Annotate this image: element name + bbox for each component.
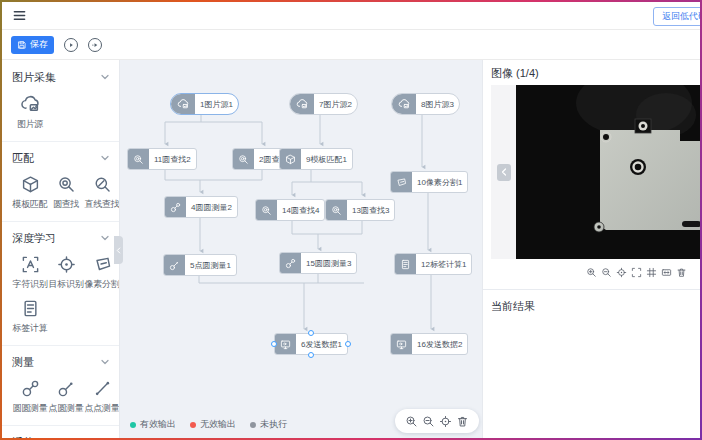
locate-button[interactable] <box>439 415 452 428</box>
flow-node-pixel-segmentation-1[interactable]: 10像素分割1 <box>390 171 468 193</box>
selection-handle[interactable] <box>271 341 277 347</box>
zoom-in-button[interactable] <box>405 415 418 428</box>
flow-node-image-source-3[interactable]: 8图片源3 <box>391 93 460 115</box>
trash-icon <box>676 267 687 278</box>
zoom-out-icon <box>422 415 435 428</box>
flow-node-send-data-2[interactable]: 16发送数据2 <box>390 333 468 355</box>
hamburger-menu-icon[interactable] <box>12 8 27 23</box>
play-step-icon <box>90 40 100 50</box>
sidebar-item-image-source[interactable]: 图片源 <box>12 94 48 131</box>
sidebar-item-circle-find[interactable]: 圆查找 <box>48 175 84 211</box>
prev-image-button[interactable] <box>497 164 511 181</box>
doc-calc-icon <box>21 299 40 318</box>
node-label: 7图片源2 <box>314 94 357 114</box>
image-fit-width-button[interactable] <box>660 266 673 279</box>
sidebar-collapse-handle[interactable] <box>114 236 123 264</box>
circle-find-icon <box>57 175 76 194</box>
node-label: 9模板匹配1 <box>301 149 352 169</box>
image-toolbar <box>483 259 700 285</box>
invalid-output-dot <box>190 422 196 428</box>
sidebar-item-target-recognition[interactable]: 目标识别 <box>48 255 84 291</box>
sidebar-item-template-match[interactable]: 模板匹配 <box>12 175 48 211</box>
flow-node-point-circle-measure-1[interactable]: 5点圆测量1 <box>163 254 237 276</box>
cloud-image-icon <box>171 94 195 114</box>
image-fullscreen-button[interactable] <box>630 266 643 279</box>
selection-handle[interactable] <box>308 352 314 358</box>
section-header[interactable]: 图片采集 <box>12 70 109 84</box>
run-flow-button[interactable] <box>64 38 78 52</box>
section-header[interactable]: 测量 <box>12 355 109 369</box>
cloud-image-icon <box>392 94 416 114</box>
sidebar-item-circle-circle-measure[interactable]: 圆圆测量 <box>12 379 48 415</box>
ocr-icon <box>21 255 40 274</box>
flow-node-circle-find-4[interactable]: 14圆查找4 <box>255 199 325 221</box>
node-label: 10像素分割1 <box>412 172 467 192</box>
flow-node-circle-circle-measure-3[interactable]: 15圆圆测量3 <box>279 252 357 274</box>
cloud-image-icon <box>290 94 314 114</box>
sidebar-item-point-point-measure[interactable]: 点点测量 <box>84 379 120 415</box>
flow-node-label-calc-1[interactable]: 12标签计算1 <box>394 253 472 275</box>
save-icon <box>17 40 27 50</box>
sidebar-item-point-circle-measure[interactable]: 点圆测量 <box>48 379 84 415</box>
play-icon <box>66 40 76 50</box>
back-to-lowcode-button[interactable]: 返回低代码 <box>653 7 700 26</box>
zoom-in-icon <box>405 415 418 428</box>
circle-find-icon <box>256 200 277 220</box>
status-legend: 有效输出 无效输出 未执行 <box>130 418 287 431</box>
item-label: 圆圆测量 <box>13 402 48 415</box>
circle-find-icon <box>326 200 347 220</box>
section-measure: 测量 圆圆测量 点圆测量 点点测量 <box>2 345 119 415</box>
node-label: 16发送数据2 <box>412 334 467 354</box>
legend-not-executed: 未执行 <box>250 418 287 431</box>
item-label: 目标识别 <box>49 278 84 291</box>
fullscreen-icon <box>631 267 642 278</box>
section-items: 模板匹配 圆查找 直线查找 <box>12 175 109 211</box>
image-locate-button[interactable] <box>615 266 628 279</box>
node-label: 5点圆测量1 <box>185 255 236 275</box>
flow-node-send-data-1[interactable]: 6发送数据1 <box>274 333 348 355</box>
item-label: 直线查找 <box>85 198 120 211</box>
locate-icon <box>439 415 452 428</box>
image-viewer <box>491 85 700 259</box>
node-label: 12标签计算1 <box>416 254 471 274</box>
image-zoom-out-button[interactable] <box>600 266 613 279</box>
preview-panel: 图像 (1/4) <box>482 60 700 438</box>
section-header[interactable]: 匹配 <box>12 151 109 165</box>
selection-handle[interactable] <box>308 330 314 336</box>
flow-edges <box>120 60 482 438</box>
cube-icon <box>21 175 40 194</box>
sidebar-item-char-recognition[interactable]: 字符识别 <box>12 255 48 291</box>
zoom-in-icon <box>586 267 597 278</box>
flow-node-circle-find-2[interactable]: 11圆查找2 <box>127 148 197 170</box>
flow-node-circle-circle-measure-2[interactable]: 4圆圆测量2 <box>164 196 238 218</box>
trash-icon <box>456 415 469 428</box>
flow-canvas[interactable]: 1图片源1 7图片源2 8图片源3 11圆查找2 2圆查找1 9模板匹配1 <box>120 60 482 438</box>
flow-node-circle-find-3[interactable]: 13圆查找3 <box>325 199 395 221</box>
section-header[interactable]: 深度学习 <box>12 231 109 245</box>
selection-handle[interactable] <box>345 341 351 347</box>
top-bar: 返回低代码 <box>2 2 700 30</box>
run-once-button[interactable] <box>88 38 102 52</box>
delete-button[interactable] <box>456 415 469 428</box>
item-label: 图片源 <box>17 118 43 131</box>
item-label: 模板匹配 <box>13 198 48 211</box>
zoom-out-button[interactable] <box>422 415 435 428</box>
node-label: 13圆查找3 <box>347 200 394 220</box>
section-match: 匹配 模板匹配 圆查找 直线查找 <box>2 141 119 211</box>
legend-label: 未执行 <box>260 418 287 431</box>
save-button[interactable]: 保存 <box>11 36 54 54</box>
image-grid-button[interactable] <box>645 266 658 279</box>
sidebar-item-label-calc[interactable]: 标签计算 <box>12 299 48 335</box>
sidebar-item-line-find[interactable]: 直线查找 <box>84 175 120 211</box>
flow-node-image-source-1[interactable]: 1图片源1 <box>170 93 239 115</box>
flow-node-template-match-1[interactable]: 9模板匹配1 <box>279 148 353 170</box>
canvas-zoom-toolbar <box>395 409 479 433</box>
point-circle-measure-icon <box>57 379 76 398</box>
image-delete-button[interactable] <box>675 266 688 279</box>
flow-node-image-source-2[interactable]: 7图片源2 <box>289 93 358 115</box>
section-header[interactable]: 通信 <box>12 435 109 438</box>
image-zoom-in-button[interactable] <box>585 266 598 279</box>
preview-image[interactable] <box>516 85 700 259</box>
node-label: 11圆查找2 <box>149 149 196 169</box>
image-nav-strip <box>491 85 516 259</box>
